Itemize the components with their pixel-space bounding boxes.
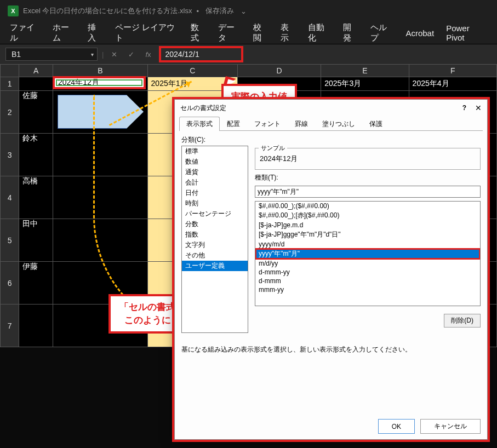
- type-item[interactable]: $#,##0.00_);($#,##0.00): [255, 202, 480, 210]
- tab-border[interactable]: 罫線: [288, 117, 315, 131]
- help-icon[interactable]: ?: [462, 104, 466, 112]
- category-item[interactable]: 指数: [182, 229, 248, 240]
- col-header-d[interactable]: D: [237, 65, 321, 77]
- cell-e1[interactable]: 2025年3月: [321, 77, 409, 91]
- type-input[interactable]: [255, 186, 481, 198]
- name-box-value: B1: [12, 50, 21, 59]
- row-header-7[interactable]: 7: [1, 305, 19, 347]
- category-item[interactable]: 分数: [182, 219, 248, 229]
- cell-a7[interactable]: [19, 305, 53, 347]
- drawing-pentagon-shape[interactable]: [58, 95, 144, 129]
- sample-label: サンプル: [259, 144, 287, 152]
- dialog-titlebar: セルの書式設定 ? ✕: [175, 100, 487, 116]
- category-item[interactable]: パーセンテージ: [182, 209, 248, 219]
- worksheet[interactable]: A B C D E F 1 2025年1月 2025年3月 2025年4月 2 …: [0, 64, 497, 448]
- type-format-list[interactable]: $#,##0.00_);($#,##0.00) $#,##0.00_);[赤](…: [255, 201, 481, 306]
- cell-a6[interactable]: 伊藤: [19, 262, 53, 305]
- cell-b3[interactable]: [53, 134, 147, 176]
- save-state: 保存済み: [205, 6, 234, 16]
- row-header-4[interactable]: 4: [1, 176, 19, 219]
- cell-b4[interactable]: [53, 176, 147, 219]
- ribbon-tab-powerpivot[interactable]: Power Pivot: [446, 24, 487, 42]
- delete-format-button[interactable]: 削除(D): [444, 314, 481, 328]
- cell-b5[interactable]: [53, 219, 147, 262]
- confirm-entry-icon[interactable]: ✓: [125, 50, 138, 59]
- category-item[interactable]: 文字列: [182, 240, 248, 250]
- category-item[interactable]: 標準: [182, 146, 248, 157]
- selected-cell-b1[interactable]: 2024年12月: [53, 76, 146, 89]
- format-cells-dialog: セルの書式設定 ? ✕ 表示形式 配置 フォント 罫線 塗りつぶし 保護 分類(…: [174, 99, 488, 440]
- formula-input[interactable]: 2024/12/1: [159, 46, 243, 62]
- sample-value: 2024年12月: [260, 154, 476, 164]
- col-header-a[interactable]: A: [19, 65, 53, 77]
- row-header-5[interactable]: 5: [1, 219, 19, 262]
- ribbon-tabs: ファイル ホーム 挿入 ページ レイアウト 数式 データ 校閲 表示 自動化 開…: [0, 22, 497, 44]
- tab-alignment[interactable]: 配置: [220, 117, 247, 131]
- type-item[interactable]: d-mmm-yy: [255, 268, 480, 277]
- ok-button[interactable]: OK: [378, 419, 415, 434]
- type-item-selected[interactable]: yyyy"年"m"月": [255, 249, 480, 259]
- type-item[interactable]: yyyy/m/d: [255, 240, 480, 249]
- type-label: 種類(T):: [255, 173, 481, 182]
- select-all-corner[interactable]: [1, 65, 19, 77]
- category-item[interactable]: 通貨: [182, 167, 248, 177]
- ribbon-tab-pagelayout[interactable]: ページ レイアウト: [115, 22, 179, 43]
- category-item[interactable]: 日付: [182, 188, 248, 198]
- type-item[interactable]: $#,##0.00_);[赤]($#,##0.00): [255, 210, 480, 221]
- col-header-e[interactable]: E: [321, 65, 409, 77]
- tab-font[interactable]: フォント: [247, 117, 288, 131]
- cancel-entry-icon[interactable]: ✕: [108, 50, 121, 59]
- ribbon-tab-review[interactable]: 校閲: [253, 22, 269, 43]
- type-item[interactable]: m/d/yy: [255, 259, 480, 268]
- row-header-1[interactable]: 1: [1, 77, 19, 91]
- category-list[interactable]: 標準 数値 通貨 会計 日付 時刻 パーセンテージ 分数 指数 文字列 その他 …: [181, 146, 248, 333]
- cell-a3[interactable]: 鈴木: [19, 134, 53, 176]
- excel-app-icon: X: [8, 5, 19, 16]
- ribbon-tab-formulas[interactable]: 数式: [191, 22, 206, 43]
- tab-protection[interactable]: 保護: [362, 117, 390, 131]
- close-icon[interactable]: ✕: [475, 104, 482, 112]
- category-item[interactable]: 時刻: [182, 198, 248, 209]
- ribbon-tab-data[interactable]: データ: [218, 22, 241, 43]
- row-header-3[interactable]: 3: [1, 134, 19, 176]
- ribbon-tab-file[interactable]: ファイル: [10, 22, 41, 43]
- category-label: 分類(C):: [181, 135, 481, 145]
- cell-a4[interactable]: 高橋: [19, 176, 53, 219]
- type-item[interactable]: d-mmm: [255, 277, 480, 285]
- fx-icon[interactable]: fx: [142, 50, 154, 59]
- cell-a5[interactable]: 田中: [19, 219, 53, 262]
- ribbon-tab-developer[interactable]: 開発: [343, 22, 358, 43]
- cell-f1[interactable]: 2025年4月: [409, 77, 496, 91]
- ribbon-tab-acrobat[interactable]: Acrobat: [405, 28, 434, 38]
- tab-fill[interactable]: 塗りつぶし: [315, 117, 362, 131]
- cancel-button[interactable]: キャンセル: [420, 419, 481, 434]
- dialog-title: セルの書式設定: [180, 104, 226, 113]
- type-item[interactable]: [$-ja-JP]ge.m.d: [255, 221, 480, 229]
- category-item-selected[interactable]: ユーザー定義: [182, 261, 248, 271]
- workbook-filename: Excel 今日の日付の場合にセルに色を付ける方法.xlsx: [23, 6, 192, 16]
- category-item[interactable]: 数値: [182, 157, 248, 167]
- cell-a2[interactable]: 佐藤: [19, 91, 53, 134]
- type-item[interactable]: [$-ja-JP]ggge"年"m"月"d"日": [255, 229, 480, 240]
- ribbon-tab-insert[interactable]: 挿入: [88, 22, 103, 43]
- type-item[interactable]: mmm-yy: [255, 285, 480, 294]
- name-box[interactable]: B1 ▾: [5, 48, 98, 61]
- row-header-2[interactable]: 2: [1, 91, 19, 134]
- chevron-down-icon[interactable]: ▾: [91, 51, 94, 58]
- dialog-tabs: 表示形式 配置 フォント 罫線 塗りつぶし 保護: [175, 116, 487, 130]
- category-item[interactable]: その他: [182, 250, 248, 261]
- ribbon-tab-view[interactable]: 表示: [281, 22, 296, 43]
- category-item[interactable]: 会計: [182, 177, 248, 188]
- sample-box: サンプル 2024年12月: [255, 148, 481, 170]
- row-header-6[interactable]: 6: [1, 262, 19, 305]
- ribbon-tab-automate[interactable]: 自動化: [308, 22, 331, 43]
- dialog-hint-text: 基になる組み込みの表示形式を選択し、新しい表示形式を入力してください。: [181, 345, 481, 354]
- chevron-down-icon[interactable]: ⌄: [238, 7, 249, 15]
- formula-bar: B1 ▾ | ✕ ✓ fx 2024/12/1: [0, 44, 497, 64]
- tab-number-format[interactable]: 表示形式: [179, 117, 220, 131]
- ribbon-tab-help[interactable]: ヘルプ: [370, 22, 393, 43]
- cell-a1[interactable]: [19, 77, 53, 91]
- ribbon-tab-home[interactable]: ホーム: [53, 22, 76, 43]
- col-header-f[interactable]: F: [409, 65, 496, 77]
- col-header-b[interactable]: B: [53, 65, 147, 77]
